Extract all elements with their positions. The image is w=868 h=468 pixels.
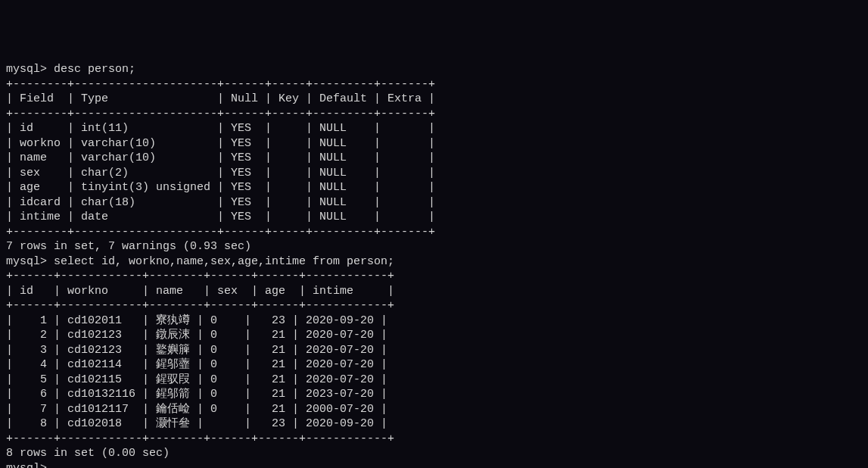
prompt-line[interactable]: mysql> desc person; xyxy=(6,62,862,77)
table-row: | 6 | cd10132116 | 鍟邬箭 | 0 | 21 | 2023-0… xyxy=(6,387,862,402)
table-row: | 1 | cd102011 | 寮犱竴 | 0 | 23 | 2020-09-… xyxy=(6,314,862,329)
table-row: | 7 | cd1012117 | 鑰佸崄 | 0 | 21 | 2000-07… xyxy=(6,402,862,417)
table-border: +------+------------+--------+------+---… xyxy=(6,298,862,314)
table-row: | 3 | cd102123 | 鐜嬩簲 | 0 | 21 | 2020-07-… xyxy=(6,343,862,358)
table-border: +--------+---------------------+------+-… xyxy=(6,77,862,92)
mysql-prompt: mysql> xyxy=(6,255,47,268)
table-row: | age | tinyint(3) unsigned | YES | | NU… xyxy=(6,180,862,195)
mysql-prompt: mysql> xyxy=(6,462,47,469)
table-row: | sex | char(2) | YES | | NULL | | xyxy=(6,166,862,181)
status-text: 8 rows in set (0.00 sec) xyxy=(6,446,862,461)
table-border: +--------+---------------------+------+-… xyxy=(6,107,862,122)
table-row: | idcard | char(18) | YES | | NULL | | xyxy=(6,195,862,211)
table-row: | 2 | cd102123 | 鐓辰涑 | 0 | 21 | 2020-07-… xyxy=(6,328,862,343)
table-row: | 5 | cd102115 | 鍟驭叚 | 0 | 21 | 2020-07-… xyxy=(6,373,862,388)
table-border: +------+------------+--------+------+---… xyxy=(6,432,862,447)
table-border: +--------+---------------------+------+-… xyxy=(6,225,862,240)
terminal-output[interactable]: mysql> desc person;+--------+-----------… xyxy=(6,62,862,468)
table-row: | workno | varchar(10) | YES | | NULL | … xyxy=(6,136,862,151)
prompt-line[interactable]: mysql> select id, workno,name,sex,age,in… xyxy=(6,254,862,270)
prompt-line[interactable]: mysql> xyxy=(6,461,862,469)
table-row: | intime | date | YES | | NULL | | xyxy=(6,210,862,225)
table-row: | id | int(11) | YES | | NULL | | xyxy=(6,121,862,136)
command-text: select id, workno,name,sex,age,intime fr… xyxy=(47,255,394,268)
table-row: | name | varchar(10) | YES | | NULL | | xyxy=(6,151,862,166)
table-border: +------+------------+--------+------+---… xyxy=(6,269,862,284)
mysql-prompt: mysql> xyxy=(6,63,47,76)
table-row: | 4 | cd102114 | 鍟邬虀 | 0 | 21 | 2020-07-… xyxy=(6,357,862,373)
status-text: 7 rows in set, 7 warnings (0.93 sec) xyxy=(6,239,862,254)
table-header-row: | Field | Type | Null | Key | Default | … xyxy=(6,92,862,107)
command-text: desc person; xyxy=(47,63,135,76)
table-header-row: | id | workno | name | sex | age | intim… xyxy=(6,284,862,299)
table-row: | 8 | cd102018 | 灏忓叄 | | 23 | 2020-09-20… xyxy=(6,417,862,432)
